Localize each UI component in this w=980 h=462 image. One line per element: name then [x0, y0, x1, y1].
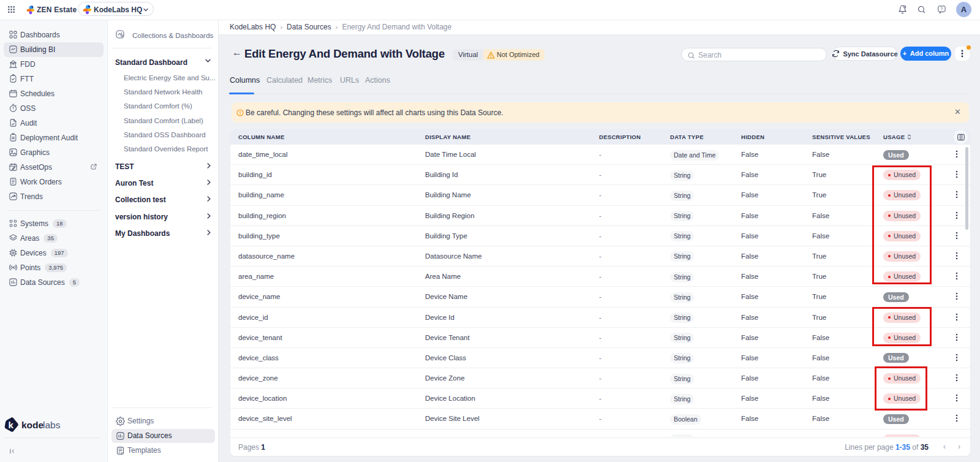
- svg-text:kode: kode: [21, 420, 44, 430]
- svg-text:?: ?: [941, 7, 943, 11]
- svg-text:labs: labs: [43, 420, 61, 430]
- svg-text:k: k: [9, 420, 14, 430]
